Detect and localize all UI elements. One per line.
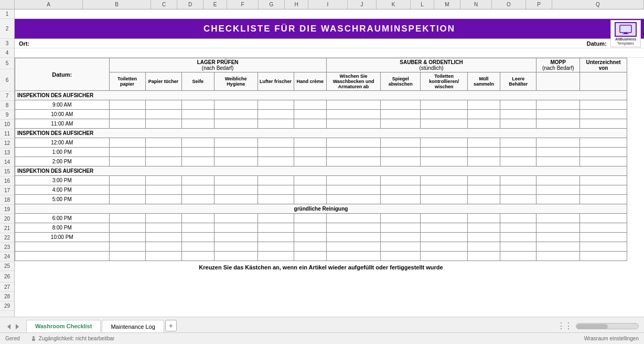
data-cell[interactable] bbox=[257, 100, 294, 110]
data-cell[interactable] bbox=[294, 195, 326, 204]
data-cell[interactable] bbox=[326, 119, 381, 129]
data-cell[interactable] bbox=[257, 110, 294, 119]
data-cell[interactable] bbox=[109, 176, 145, 185]
data-cell[interactable] bbox=[214, 242, 257, 252]
time-cell[interactable]: 10:00 PM bbox=[15, 233, 110, 242]
data-cell[interactable] bbox=[381, 110, 421, 119]
data-cell[interactable] bbox=[109, 148, 145, 157]
data-cell[interactable] bbox=[421, 148, 468, 157]
data-cell[interactable] bbox=[468, 195, 500, 204]
data-cell[interactable] bbox=[109, 195, 145, 204]
data-cell[interactable] bbox=[294, 148, 326, 157]
time-cell[interactable]: 1:00 PM bbox=[15, 148, 110, 157]
time-cell[interactable] bbox=[15, 252, 110, 261]
data-cell[interactable] bbox=[326, 252, 381, 261]
data-cell[interactable] bbox=[326, 138, 381, 148]
tab-washroom-checklist[interactable]: Washroom Checklist bbox=[26, 320, 101, 332]
data-cell[interactable] bbox=[468, 110, 500, 119]
data-cell[interactable] bbox=[109, 242, 145, 252]
data-cell[interactable] bbox=[500, 233, 536, 242]
time-cell[interactable]: 10:00 AM bbox=[15, 110, 110, 119]
data-cell[interactable] bbox=[421, 195, 468, 204]
data-cell[interactable] bbox=[181, 185, 214, 195]
data-cell[interactable] bbox=[468, 138, 500, 148]
data-cell[interactable] bbox=[326, 214, 381, 223]
data-cell[interactable] bbox=[381, 157, 421, 166]
data-cell[interactable] bbox=[536, 185, 580, 195]
data-cell[interactable] bbox=[214, 157, 257, 166]
data-cell[interactable] bbox=[145, 195, 181, 204]
data-cell[interactable] bbox=[580, 110, 627, 119]
data-cell[interactable] bbox=[381, 242, 421, 252]
nav-right-icon[interactable] bbox=[14, 323, 21, 330]
data-cell[interactable] bbox=[381, 223, 421, 233]
data-cell[interactable] bbox=[257, 195, 294, 204]
data-cell[interactable] bbox=[500, 176, 536, 185]
data-cell[interactable] bbox=[109, 119, 145, 129]
tab-maintenance-log[interactable]: Maintenance Log bbox=[102, 320, 164, 332]
data-cell[interactable] bbox=[580, 157, 627, 166]
data-cell[interactable] bbox=[109, 100, 145, 110]
data-cell[interactable] bbox=[381, 233, 421, 242]
data-cell[interactable] bbox=[536, 242, 580, 252]
data-cell[interactable] bbox=[536, 233, 580, 242]
data-cell[interactable] bbox=[500, 100, 536, 110]
data-cell[interactable] bbox=[421, 119, 468, 129]
data-cell[interactable] bbox=[257, 119, 294, 129]
data-cell[interactable] bbox=[294, 214, 326, 223]
data-cell[interactable] bbox=[257, 138, 294, 148]
data-cell[interactable] bbox=[145, 100, 181, 110]
data-cell[interactable] bbox=[257, 176, 294, 185]
data-cell[interactable] bbox=[294, 176, 326, 185]
data-cell[interactable] bbox=[294, 242, 326, 252]
data-cell[interactable] bbox=[294, 223, 326, 233]
time-cell[interactable]: 2:00 PM bbox=[15, 157, 110, 166]
data-cell[interactable] bbox=[145, 157, 181, 166]
data-cell[interactable] bbox=[580, 138, 627, 148]
data-cell[interactable] bbox=[421, 110, 468, 119]
data-cell[interactable] bbox=[181, 195, 214, 204]
data-cell[interactable] bbox=[580, 214, 627, 223]
data-cell[interactable] bbox=[145, 252, 181, 261]
data-cell[interactable] bbox=[145, 214, 181, 223]
data-cell[interactable] bbox=[500, 185, 536, 195]
data-cell[interactable] bbox=[580, 242, 627, 252]
data-cell[interactable] bbox=[145, 233, 181, 242]
data-cell[interactable] bbox=[214, 119, 257, 129]
data-cell[interactable] bbox=[145, 185, 181, 195]
data-cell[interactable] bbox=[214, 110, 257, 119]
data-cell[interactable] bbox=[109, 185, 145, 195]
data-cell[interactable] bbox=[257, 252, 294, 261]
data-cell[interactable] bbox=[381, 185, 421, 195]
data-cell[interactable] bbox=[326, 157, 381, 166]
data-cell[interactable] bbox=[536, 195, 580, 204]
data-cell[interactable] bbox=[181, 252, 214, 261]
data-cell[interactable] bbox=[381, 138, 421, 148]
data-cell[interactable] bbox=[145, 176, 181, 185]
data-cell[interactable] bbox=[326, 223, 381, 233]
data-cell[interactable] bbox=[181, 233, 214, 242]
data-cell[interactable] bbox=[294, 119, 326, 129]
data-cell[interactable] bbox=[580, 119, 627, 129]
data-cell[interactable] bbox=[214, 148, 257, 157]
data-cell[interactable] bbox=[257, 157, 294, 166]
data-cell[interactable] bbox=[468, 157, 500, 166]
data-cell[interactable] bbox=[536, 138, 580, 148]
data-cell[interactable] bbox=[421, 138, 468, 148]
time-cell[interactable]: 6:00 PM bbox=[15, 214, 110, 223]
data-cell[interactable] bbox=[145, 223, 181, 233]
data-cell[interactable] bbox=[294, 233, 326, 242]
data-cell[interactable] bbox=[294, 185, 326, 195]
data-cell[interactable] bbox=[181, 223, 214, 233]
data-cell[interactable] bbox=[421, 252, 468, 261]
data-cell[interactable] bbox=[214, 223, 257, 233]
data-cell[interactable] bbox=[421, 176, 468, 185]
data-cell[interactable] bbox=[536, 157, 580, 166]
data-cell[interactable] bbox=[109, 214, 145, 223]
data-cell[interactable] bbox=[536, 252, 580, 261]
data-cell[interactable] bbox=[381, 100, 421, 110]
data-cell[interactable] bbox=[214, 195, 257, 204]
data-cell[interactable] bbox=[294, 252, 326, 261]
data-cell[interactable] bbox=[109, 252, 145, 261]
data-cell[interactable] bbox=[109, 157, 145, 166]
